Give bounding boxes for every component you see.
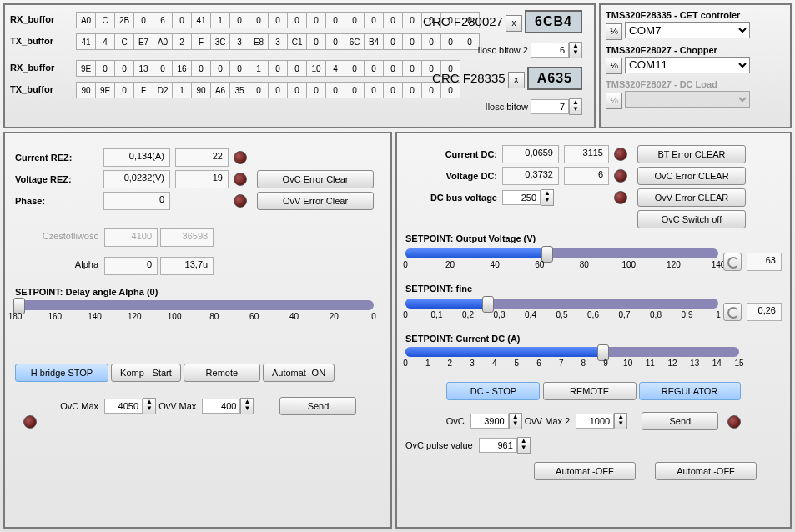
- buffers-panel: RX_buffor A0C2B0604110000000000000 TX_bu…: [3, 3, 596, 128]
- cdc-a: 0,0659: [502, 145, 559, 163]
- bus-spinner[interactable]: 250▲▼: [502, 189, 559, 206]
- com3-title: TMS320F28027 - DC Load: [606, 79, 785, 89]
- pulse-label: OvC pulse value: [405, 440, 473, 450]
- com1-select[interactable]: COM7: [625, 22, 750, 38]
- automat-off-2-button[interactable]: Automat -OFF: [655, 462, 757, 480]
- s1-title: SETPOINT: Output Voltage (V): [405, 233, 782, 243]
- remote-button[interactable]: Remote: [184, 364, 260, 382]
- komp-start-button[interactable]: Komp - Start: [111, 364, 181, 382]
- czest-b: 36598: [160, 228, 214, 247]
- currez-value: 0,134(A): [103, 148, 170, 167]
- send-led: [727, 415, 741, 429]
- io-toggle-icon: ⅟₀: [606, 93, 622, 109]
- vdc-a: 0,3732: [502, 167, 559, 185]
- com2-select[interactable]: COM11: [625, 57, 750, 73]
- rx2-buffer: 9E0013016000100104000000: [76, 60, 460, 77]
- ilosc2-spinner[interactable]: 6▲▼: [531, 42, 582, 58]
- crc2-label: CRC F28335: [432, 71, 506, 85]
- volrez-led: [234, 173, 247, 186]
- com-panel: TMS320F28335 - CET controler ⅟₀ COM7 TMS…: [599, 3, 792, 128]
- tx2-label: TX_buffor: [10, 84, 73, 94]
- ovcmax-label: OvC Max: [15, 401, 98, 411]
- s2-slider[interactable]: [405, 299, 718, 309]
- phase-value: 0: [103, 192, 170, 210]
- send-button[interactable]: Send: [642, 412, 718, 430]
- ovv-error-clear-button[interactable]: OvV Error Clear: [257, 192, 374, 210]
- ovv-error-clear-button[interactable]: OvV Error CLEAR: [637, 188, 746, 207]
- czest-a: 4100: [104, 228, 158, 247]
- io-icon[interactable]: x: [506, 15, 522, 32]
- s2-title: SETPOINT: fine: [405, 284, 782, 294]
- ovvmax-spinner[interactable]: 400▲▼: [202, 398, 254, 414]
- rx1-buffer: A0C2B0604110000000000000: [76, 12, 480, 28]
- vdc-label: Voltage DC:: [405, 171, 497, 181]
- left-panel: Current REZ: 0,134(A) 22 Voltage REZ: 0,…: [3, 132, 392, 529]
- s1-value[interactable]: 63: [747, 253, 782, 271]
- remote-button[interactable]: REMOTE: [543, 382, 637, 400]
- alpha-setpoint-title: SETPOINT: Delay angle Alpha (0): [15, 287, 380, 297]
- cdc-led: [614, 148, 627, 161]
- io-toggle-icon[interactable]: ⅟₀: [606, 58, 622, 74]
- pulse-spinner[interactable]: 961▲▼: [479, 437, 531, 454]
- alpha-a: 0: [104, 257, 158, 275]
- ovc-error-clear-button[interactable]: OvC Error Clear: [257, 170, 374, 188]
- regulator-button[interactable]: REGULATOR: [639, 382, 741, 400]
- ovc2-spinner[interactable]: 3900▲▼: [470, 413, 522, 429]
- bt-error-clear-button[interactable]: BT Error CLEAR: [637, 145, 746, 163]
- send-button[interactable]: Send: [279, 397, 356, 415]
- vdc-b: 6: [564, 167, 609, 185]
- ilosc-spinner[interactable]: 7▲▼: [531, 98, 582, 115]
- knob-icon[interactable]: [723, 253, 742, 271]
- com2-title: TMS320F28027 - Chopper: [606, 45, 785, 55]
- ovc2-label: OvC: [446, 416, 465, 426]
- knob-icon[interactable]: [723, 303, 742, 321]
- cdc-label: Current DC:: [405, 149, 497, 159]
- tx2-buffer: 909E0FD2190A63500000000000: [76, 82, 460, 98]
- ilosc-label: Ilosc bitow: [486, 102, 528, 112]
- s1-ticks: 020406080100120140: [405, 260, 718, 279]
- s3-title: SETPOINT: Current DC (A): [405, 334, 782, 344]
- s2-value[interactable]: 0,26: [747, 303, 782, 321]
- crc1-label: CRC F280027: [423, 14, 503, 28]
- phase-label: Phase:: [15, 196, 98, 206]
- currez-raw: 22: [175, 148, 229, 167]
- phase-led: [234, 194, 247, 208]
- s3-ticks: 0123456789101112131415: [405, 359, 739, 377]
- alpha-ticks: 180160140120100806040200: [15, 312, 374, 330]
- s1-slider[interactable]: [405, 248, 718, 258]
- crc2-value: A635: [527, 67, 582, 90]
- s2-ticks: 00,10,20,30,40,50,60,70,80,91: [405, 310, 718, 329]
- ovvmax2-label: OvV Max 2: [525, 416, 570, 426]
- automat-off-1-button[interactable]: Automat -OFF: [534, 462, 636, 480]
- dc-stop-button[interactable]: DC - STOP: [446, 382, 540, 400]
- rx1-label: RX_buffor: [10, 14, 73, 24]
- automat-on-button[interactable]: Automat -ON: [263, 364, 335, 382]
- alpha-b: 13,7u: [160, 257, 214, 275]
- ovcmax-spinner[interactable]: 4050▲▼: [104, 398, 156, 414]
- io-icon[interactable]: x: [508, 72, 525, 88]
- send-led: [23, 415, 37, 429]
- io-toggle-icon[interactable]: ⅟₀: [606, 23, 622, 40]
- bus-label: DC bus voltage: [405, 193, 497, 203]
- ovc-error-clear-button[interactable]: OvC Error CLEAR: [637, 167, 746, 185]
- right-panel: Current DC: 0,0659 3115 BT Error CLEAR V…: [395, 132, 792, 529]
- ovc-switch-off-button[interactable]: OvC Switch off: [637, 210, 746, 228]
- hbridge-stop-button[interactable]: H bridge STOP: [15, 364, 108, 382]
- currez-led: [234, 151, 247, 164]
- ilosc2-label: Ilosc bitow 2: [477, 45, 528, 55]
- volrez-label: Voltage REZ:: [15, 174, 98, 184]
- crc1-value: 6CB4: [525, 10, 582, 33]
- rx2-label: RX_buffor: [10, 63, 73, 73]
- currez-label: Current REZ:: [15, 153, 98, 163]
- vdc-led: [614, 169, 627, 183]
- volrez-value: 0,0232(V): [103, 170, 170, 188]
- ovvmax-label: OvV Max: [158, 401, 196, 411]
- tx1-buffer: 414CE7A02F3C3E83C1006CB400000: [76, 33, 480, 50]
- cdc-b: 3115: [564, 145, 609, 163]
- ovvmax2-spinner[interactable]: 1000▲▼: [576, 413, 627, 429]
- s3-slider[interactable]: [405, 347, 739, 357]
- com3-select: [625, 91, 750, 108]
- czest-label: Czestotliwość: [15, 231, 98, 241]
- volrez-raw: 19: [175, 170, 229, 188]
- alpha-slider[interactable]: [15, 300, 374, 310]
